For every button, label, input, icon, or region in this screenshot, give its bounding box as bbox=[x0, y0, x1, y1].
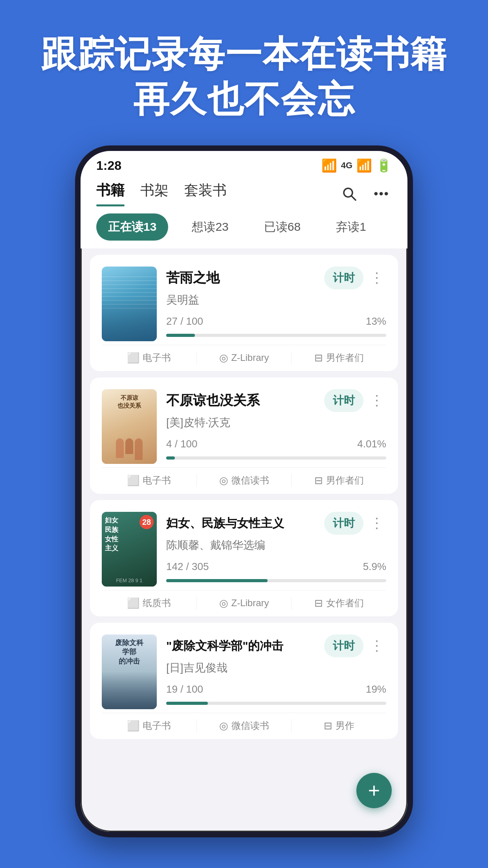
group-icon-1: ⊟ bbox=[314, 352, 323, 364]
book-info-2: 不原谅也没关系 计时 ⋮ [美]皮特·沃克 4 / 100 4.01% bbox=[166, 389, 386, 466]
more-button-2[interactable]: ⋮ bbox=[367, 392, 386, 409]
progress-row-2: 4 / 100 4.01% bbox=[166, 438, 386, 450]
book-info-4: "废除文科学部"的冲击 计时 ⋮ [日]吉见俊哉 19 / 100 19% bbox=[166, 634, 386, 711]
book-type-4: ⬜ 电子书 bbox=[102, 719, 197, 732]
type-icon-3: ⬜ bbox=[127, 597, 139, 609]
book-type-1: ⬜ 电子书 bbox=[102, 351, 197, 364]
nav-icons: ••• bbox=[339, 184, 392, 204]
source-icon-1: ◎ bbox=[219, 352, 228, 364]
progress-fill-2 bbox=[166, 456, 175, 460]
book-title-2: 不原谅也没关系 bbox=[166, 392, 260, 410]
progress-text-1: 27 / 100 bbox=[166, 315, 203, 327]
search-button[interactable] bbox=[339, 184, 360, 204]
book-title-row-2: 不原谅也没关系 计时 ⋮ bbox=[166, 389, 386, 412]
book-title-4: "废除文科学部"的冲击 bbox=[166, 638, 283, 654]
top-nav: 书籍 书架 套装书 ••• bbox=[81, 177, 407, 206]
book-meta-4: ⬜ 电子书 ◎ 微信读书 ⊟ 男作 bbox=[102, 713, 386, 739]
progress-bar-3 bbox=[166, 579, 386, 582]
book-main-2: 不原谅也没关系 不原谅也没关系 计时 ⋮ [美]皮特·沃克 bbox=[102, 389, 386, 466]
filter-read[interactable]: 已读68 bbox=[252, 213, 312, 241]
timer-button-2[interactable]: 计时 bbox=[324, 389, 363, 412]
book-cover-3: 28 妇女民族女性主义 FEM 28 9 1 bbox=[102, 512, 157, 587]
timer-button-1[interactable]: 计时 bbox=[324, 267, 363, 289]
book-card-3: 28 妇女民族女性主义 FEM 28 9 1 妇女、民族与女性主义 计时 ⋮ 陈 bbox=[90, 500, 398, 616]
book-type-3: ⬜ 纸质书 bbox=[102, 597, 197, 609]
progress-row-4: 19 / 100 19% bbox=[166, 683, 386, 695]
phone-frame: 1:28 📶 4G 📶 🔋 书籍 书架 套装书 bbox=[75, 145, 413, 837]
timer-button-4[interactable]: 计时 bbox=[324, 634, 363, 657]
hero-section: 跟踪记录每一本在读书籍 再久也不会忘 bbox=[0, 0, 488, 145]
book-title-1: 苦雨之地 bbox=[166, 269, 220, 287]
book-type-2: ⬜ 电子书 bbox=[102, 474, 197, 487]
book-source-1: ◎ Z-Library bbox=[197, 352, 292, 364]
progress-pct-1: 13% bbox=[366, 315, 386, 327]
book-source-4: ◎ 微信读书 bbox=[197, 719, 292, 732]
book-group-2: ⊟ 男作者们 bbox=[292, 474, 386, 487]
book-card-4: 废除文科学部的冲击 "废除文科学部"的冲击 计时 ⋮ [日]吉见俊哉 bbox=[90, 623, 398, 739]
tab-books[interactable]: 书籍 bbox=[96, 181, 125, 206]
source-icon-2: ◎ bbox=[219, 474, 228, 487]
book-group-1: ⊟ 男作者们 bbox=[292, 351, 386, 364]
filter-abandoned[interactable]: 弃读1 bbox=[324, 213, 378, 241]
more-button-3[interactable]: ⋮ bbox=[367, 515, 386, 531]
group-icon-3: ⊟ bbox=[314, 597, 323, 609]
book-source-2: ◎ 微信读书 bbox=[197, 474, 292, 487]
signal-4g-icon: 4G bbox=[341, 160, 352, 171]
book-meta-2: ⬜ 电子书 ◎ 微信读书 ⊟ 男作者们 bbox=[102, 467, 386, 494]
book-author-1: 吴明益 bbox=[166, 292, 386, 307]
progress-fill-1 bbox=[166, 334, 195, 337]
status-icons: 📶 4G 📶 🔋 bbox=[321, 158, 392, 173]
book-author-2: [美]皮特·沃克 bbox=[166, 415, 386, 430]
source-icon-4: ◎ bbox=[219, 720, 228, 732]
battery-icon: 🔋 bbox=[376, 158, 392, 173]
nav-tabs: 书籍 书架 套装书 bbox=[96, 181, 227, 206]
progress-row-3: 142 / 305 5.9% bbox=[166, 561, 386, 573]
progress-text-2: 4 / 100 bbox=[166, 438, 198, 450]
signal-bars-icon: 📶 bbox=[356, 158, 372, 173]
more-button-1[interactable]: ⋮ bbox=[367, 270, 386, 286]
book-title-row-3: 妇女、民族与女性主义 计时 ⋮ bbox=[166, 512, 386, 535]
group-icon-4: ⊟ bbox=[324, 720, 332, 732]
book-title-row-4: "废除文科学部"的冲击 计时 ⋮ bbox=[166, 634, 386, 657]
progress-bar-2 bbox=[166, 456, 386, 460]
tab-bookshelf[interactable]: 书架 bbox=[140, 181, 169, 206]
progress-fill-4 bbox=[166, 702, 208, 705]
book-meta-3: ⬜ 纸质书 ◎ Z-Library ⊟ 女作者们 bbox=[102, 590, 386, 616]
type-icon-2: ⬜ bbox=[127, 474, 139, 487]
book-card-1: 苦雨之地 计时 ⋮ 吴明益 27 / 100 13% bbox=[90, 255, 398, 371]
svg-line-1 bbox=[351, 196, 356, 200]
add-book-button[interactable]: + bbox=[356, 773, 392, 808]
timer-button-3[interactable]: 计时 bbox=[324, 512, 363, 535]
book-cover-1 bbox=[102, 267, 157, 341]
book-title-3: 妇女、民族与女性主义 bbox=[166, 515, 284, 531]
hero-title: 跟踪记录每一本在读书籍 再久也不会忘 bbox=[24, 31, 464, 122]
book-main-1: 苦雨之地 计时 ⋮ 吴明益 27 / 100 13% bbox=[102, 267, 386, 343]
book-badge-3: 28 bbox=[139, 515, 154, 529]
filter-want[interactable]: 想读23 bbox=[180, 213, 240, 241]
progress-pct-2: 4.01% bbox=[357, 438, 386, 450]
book-title-row-1: 苦雨之地 计时 ⋮ bbox=[166, 267, 386, 289]
book-main-4: 废除文科学部的冲击 "废除文科学部"的冲击 计时 ⋮ [日]吉见俊哉 bbox=[102, 634, 386, 711]
progress-bar-4 bbox=[166, 702, 386, 705]
filter-reading[interactable]: 正在读13 bbox=[96, 213, 168, 241]
progress-pct-3: 5.9% bbox=[363, 561, 386, 573]
book-cover-4: 废除文科学部的冲击 bbox=[102, 634, 157, 709]
status-time: 1:28 bbox=[96, 158, 121, 173]
book-meta-1: ⬜ 电子书 ◎ Z-Library ⊟ 男作者们 bbox=[102, 345, 386, 371]
wifi-icon: 📶 bbox=[321, 158, 337, 173]
more-button-4[interactable]: ⋮ bbox=[367, 638, 386, 654]
book-author-4: [日]吉见俊哉 bbox=[166, 660, 386, 675]
book-group-4: ⊟ 男作 bbox=[292, 719, 386, 732]
group-icon-2: ⊟ bbox=[314, 474, 323, 487]
status-bar: 1:28 📶 4G 📶 🔋 bbox=[81, 151, 407, 177]
progress-fill-3 bbox=[166, 579, 268, 582]
book-cover-2: 不原谅也没关系 bbox=[102, 389, 157, 464]
book-source-3: ◎ Z-Library bbox=[197, 597, 292, 609]
more-button[interactable]: ••• bbox=[371, 184, 392, 204]
phone-wrapper: 1:28 📶 4G 📶 🔋 书籍 书架 套装书 bbox=[75, 145, 413, 868]
tab-sets[interactable]: 套装书 bbox=[184, 181, 227, 206]
book-group-3: ⊟ 女作者们 bbox=[292, 597, 386, 609]
progress-text-3: 142 / 305 bbox=[166, 561, 209, 573]
progress-row-1: 27 / 100 13% bbox=[166, 315, 386, 327]
book-info-1: 苦雨之地 计时 ⋮ 吴明益 27 / 100 13% bbox=[166, 267, 386, 343]
